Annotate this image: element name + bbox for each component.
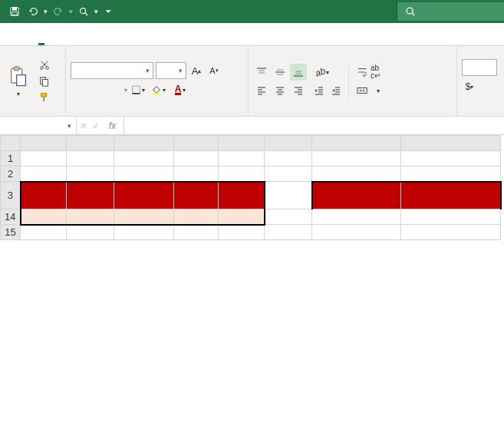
redo-dropdown-icon[interactable]: ▾ <box>68 8 74 15</box>
col-header[interactable] <box>67 136 114 151</box>
dataset2-title[interactable] <box>312 151 401 167</box>
tab-formulas[interactable] <box>101 23 120 45</box>
group-font: ▾ ▾ A▴ A▾ ▾ ▾ ▾ A▾ <box>66 46 249 116</box>
tab-home[interactable] <box>32 23 51 45</box>
align-left-button[interactable] <box>253 82 270 99</box>
chevron-down-icon[interactable]: ▾ <box>124 87 128 94</box>
name-box[interactable]: ▾ <box>0 117 77 134</box>
cut-button[interactable] <box>37 58 52 72</box>
align-middle-button[interactable] <box>272 64 288 81</box>
select-all-corner[interactable] <box>1 136 21 151</box>
tab-page-layout[interactable] <box>78 23 97 45</box>
col-header[interactable] <box>174 136 219 151</box>
col-header[interactable] <box>114 136 174 151</box>
paste-button[interactable]: ▾ <box>5 49 32 114</box>
tab-review[interactable] <box>147 23 166 45</box>
save-button[interactable] <box>6 2 23 21</box>
fill-color-button[interactable]: ▾ <box>148 82 168 97</box>
total-qty[interactable] <box>114 209 174 225</box>
header-price[interactable] <box>174 182 219 209</box>
align-center-button[interactable] <box>272 82 288 99</box>
wrap-icon <box>357 67 367 77</box>
svg-line-13 <box>41 61 47 67</box>
redo-button[interactable] <box>50 2 67 21</box>
row-header[interactable]: 1 <box>1 151 21 167</box>
header-qty[interactable] <box>114 182 174 209</box>
font-color-button[interactable]: A▾ <box>170 82 190 97</box>
search-dropdown-icon[interactable]: ▾ <box>94 8 99 15</box>
tab-data[interactable] <box>124 23 143 45</box>
search-icon <box>405 6 416 17</box>
worksheet[interactable]: 1 2 3 14 15 <box>0 135 504 240</box>
copy-icon <box>39 76 50 87</box>
tab-insert[interactable] <box>55 23 74 45</box>
format-painter-button[interactable] <box>37 91 52 104</box>
header-amount[interactable] <box>219 182 265 209</box>
svg-line-12 <box>42 61 48 67</box>
row-header[interactable]: 3 <box>1 182 21 209</box>
shrink-font-button[interactable]: A▾ <box>206 63 222 78</box>
titlebar: ▾ ▾ ▾ ⏷ <box>0 0 504 23</box>
bold-button[interactable] <box>71 82 86 97</box>
insert-function-button[interactable]: fx <box>104 120 120 131</box>
bucket-icon <box>151 84 162 95</box>
underline-button[interactable] <box>106 82 121 97</box>
header2-count[interactable] <box>401 182 501 209</box>
qat-customize-icon[interactable]: ⏷ <box>100 8 113 15</box>
formula-input[interactable] <box>124 117 504 134</box>
increase-indent-button[interactable] <box>328 83 344 98</box>
tab-help[interactable] <box>193 23 212 45</box>
align-top-button[interactable] <box>253 64 270 81</box>
header-srno[interactable] <box>21 182 67 209</box>
align-right-button[interactable] <box>290 82 307 99</box>
row-header[interactable]: 2 <box>1 167 21 182</box>
col-header[interactable] <box>219 136 265 151</box>
cancel-formula-button[interactable]: ✕ <box>80 120 87 131</box>
grow-font-button[interactable]: A▴ <box>189 63 204 78</box>
header2-fruit[interactable] <box>312 182 401 209</box>
brush-icon <box>39 92 50 103</box>
group-alignment: ab▾ abc↵ ▾ <box>249 46 457 116</box>
svg-point-10 <box>41 67 44 70</box>
indent-icon <box>331 85 341 96</box>
header-fruit[interactable] <box>67 182 114 209</box>
svg-rect-9 <box>17 74 26 85</box>
svg-line-4 <box>85 13 88 16</box>
total-label[interactable] <box>21 209 67 225</box>
row-header[interactable]: 15 <box>1 225 21 240</box>
decrease-indent-button[interactable] <box>311 83 327 98</box>
quick-access-toolbar: ▾ ▾ ▾ ⏷ <box>0 2 113 21</box>
col-header[interactable] <box>401 136 501 151</box>
enter-formula-button[interactable]: ✓ <box>92 120 100 131</box>
font-name-combo[interactable]: ▾ <box>71 62 153 79</box>
undo-button[interactable] <box>25 2 41 21</box>
dataset1-title[interactable] <box>114 151 174 167</box>
svg-rect-20 <box>153 93 160 94</box>
tab-file[interactable] <box>9 23 28 45</box>
svg-point-11 <box>46 67 49 70</box>
borders-button[interactable]: ▾ <box>130 82 146 97</box>
col-header[interactable] <box>21 136 67 151</box>
search-qat-button[interactable] <box>75 2 92 21</box>
accounting-format-button[interactable]: $▾ <box>462 79 477 94</box>
col-header[interactable] <box>312 136 401 151</box>
italic-button[interactable] <box>88 82 104 97</box>
group-label-alignment <box>253 114 452 114</box>
font-size-combo[interactable]: ▾ <box>156 62 186 79</box>
undo-dropdown-icon[interactable]: ▾ <box>43 8 48 15</box>
merge-center-button[interactable]: ▾ <box>354 82 387 99</box>
number-format-combo[interactable] <box>462 59 497 76</box>
search-box[interactable] <box>397 2 504 21</box>
col-header[interactable] <box>265 136 312 151</box>
range-label[interactable] <box>67 225 114 240</box>
tab-view[interactable] <box>170 23 189 45</box>
svg-rect-18 <box>133 86 140 94</box>
copy-button[interactable] <box>37 74 52 88</box>
wrap-text-button[interactable]: abc↵ <box>354 64 387 81</box>
align-bottom-button[interactable] <box>290 64 307 81</box>
orientation-button[interactable]: ab▾ <box>311 64 333 80</box>
group-label-font <box>71 114 243 114</box>
svg-rect-17 <box>43 97 44 101</box>
total-amount[interactable] <box>219 209 265 225</box>
row-header[interactable]: 14 <box>1 209 21 225</box>
